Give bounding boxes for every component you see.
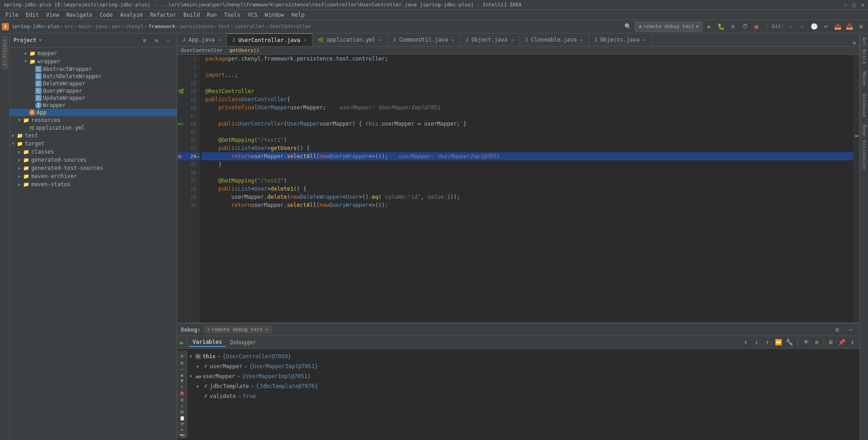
watches-btn[interactable]: 👁 xyxy=(801,337,811,347)
tree-item-application-yml[interactable]: 🌿 application.yml xyxy=(10,124,177,131)
step-into-btn[interactable]: ↓ xyxy=(752,337,762,347)
debug-var-this[interactable]: ▼ ≡ this = {UserController@7050} xyxy=(187,351,859,361)
breadcrumb-usercontroller[interactable]: UserController xyxy=(269,23,311,29)
menu-item-code[interactable]: Code xyxy=(96,11,117,19)
breadcrumb-chenyl[interactable]: chenyl xyxy=(126,23,144,29)
tree-item-wrapper[interactable]: ▼ 📁 wrapper xyxy=(10,57,177,66)
debug-pause-btn[interactable]: ⏸ xyxy=(177,397,187,402)
breadcrumb-test[interactable]: test xyxy=(218,23,230,29)
tab-usercontroller-java[interactable]: J UserController.java ✕ xyxy=(227,33,312,46)
debug-var-usermapper-param[interactable]: ▼ oo userMapper = {UserMapperImpl@7051} xyxy=(187,371,859,381)
stop-btn[interactable]: ■ xyxy=(751,22,761,32)
code-content[interactable]: package per.chenyl.framework.persistence… xyxy=(200,55,853,323)
debug-camera-btn[interactable]: 📷 xyxy=(177,433,187,438)
close-tab-usercontroller[interactable]: ✕ xyxy=(304,37,307,42)
minimize-btn[interactable]: — xyxy=(844,2,847,8)
close-tab-objects[interactable]: ✕ xyxy=(643,37,646,42)
debug-resume-btn[interactable]: ▶ xyxy=(180,339,184,346)
tree-item-test[interactable]: ▶ 📁 test xyxy=(10,131,177,140)
ant-build-panel-btn[interactable]: Ant Build xyxy=(860,33,868,68)
bean-validation-panel-btn[interactable]: Bean Validation xyxy=(860,121,868,173)
debug-debugger-tab[interactable]: Debugger xyxy=(226,338,260,346)
evaluate-btn[interactable]: 🔧 xyxy=(784,337,794,347)
breadcrumb-java[interactable]: java xyxy=(95,23,107,29)
breadcrumb-src[interactable]: src xyxy=(65,23,74,29)
close-tab-object[interactable]: ✕ xyxy=(511,37,514,42)
menu-item-analyze[interactable]: Analyze xyxy=(116,11,146,19)
structure-panel-btn[interactable]: 1: Project xyxy=(1,35,8,70)
debug-var-usermapper-field[interactable]: ▶ f userMapper = {UserMapperImpl@7051} xyxy=(187,361,859,371)
tree-item-generated-sources[interactable]: ▶ 📁 generated-sources xyxy=(10,156,177,164)
menu-item-run[interactable]: Run xyxy=(203,11,221,19)
git-tick-btn[interactable]: ✓ xyxy=(797,22,807,32)
search-icon[interactable]: 🔍 xyxy=(623,22,633,32)
breadcrumb-per[interactable]: per xyxy=(112,23,121,29)
breakpoint-24[interactable]: ● xyxy=(178,153,181,159)
close-debug-session[interactable]: ✕ xyxy=(265,327,268,332)
debug-add-btn[interactable]: + xyxy=(180,352,184,360)
debug-btn[interactable]: 🐛 xyxy=(716,22,726,32)
debug-paste-btn[interactable]: 📋 xyxy=(177,416,187,421)
debug-sort-btn[interactable]: ↕ xyxy=(177,384,187,389)
menu-item-build[interactable]: Build xyxy=(180,11,203,19)
breadcrumb-main[interactable]: main xyxy=(78,23,90,29)
breadcrumb-project[interactable]: spring-jdbc-plus xyxy=(12,23,60,29)
project-gear-btn[interactable]: ⚙ xyxy=(151,35,161,45)
menu-item-navigate[interactable]: Navigate xyxy=(63,11,96,19)
settings-btn[interactable]: ⚙ xyxy=(856,22,866,32)
debug-variables-tab[interactable]: Variables xyxy=(189,338,226,347)
remote-debug-btn[interactable]: ● remote debug test ▼ xyxy=(635,22,703,32)
tree-item-mapper[interactable]: ▶ 📁 mapper xyxy=(10,49,177,57)
tree-item-abstractwrapper[interactable]: C AbstractWrapper xyxy=(10,66,177,73)
tree-item-batchdeletewrapper[interactable]: C BatchDeleteWrapper xyxy=(10,73,177,80)
close-tab-app[interactable]: ✕ xyxy=(218,37,221,42)
tree-item-maven-archiver[interactable]: ▶ 📁 maven-archiver xyxy=(10,172,177,180)
tab-app-java[interactable]: J App.java ✕ xyxy=(177,33,227,46)
close-panel-btn[interactable]: ↕ xyxy=(848,337,858,347)
menu-item-file[interactable]: File xyxy=(2,11,22,19)
menu-item-refactor[interactable]: Refactor xyxy=(146,11,180,19)
run-to-cursor-btn[interactable]: ⏩ xyxy=(774,337,783,347)
tab-application-yml[interactable]: 🌿 application.yml ✕ xyxy=(312,33,387,46)
debug-session-tab[interactable]: ● remote debug test ✕ xyxy=(204,326,271,333)
coverage-btn[interactable]: ⊙ xyxy=(728,22,738,32)
close-tab-commonutil[interactable]: ✕ xyxy=(452,37,454,42)
breadcrumb-persistence[interactable]: persistence xyxy=(180,23,213,29)
debug-minimize-btn[interactable]: — xyxy=(846,325,856,335)
close-btn[interactable]: ✕ xyxy=(861,2,864,8)
tab-cloneable-java[interactable]: J Cloneable.java ✕ xyxy=(520,33,589,46)
debug-settings-btn[interactable]: ⚙ xyxy=(832,325,842,335)
breadcrumb-controller[interactable]: controller xyxy=(235,23,264,29)
pin-tab-btn[interactable]: 📌 xyxy=(837,337,847,347)
breadcrumb-method[interactable]: getUsers() xyxy=(229,47,259,53)
git-history-btn[interactable]: 🕐 xyxy=(809,22,819,32)
step-over-btn[interactable]: ⬇ xyxy=(741,337,751,347)
git-pull-btn[interactable]: 📥 xyxy=(844,22,854,32)
close-tab-cloneable[interactable]: ✕ xyxy=(580,37,583,42)
tab-commonutil-java[interactable]: J CommonUtil.java ✕ xyxy=(388,33,460,46)
menu-item-help[interactable]: Help xyxy=(288,11,308,19)
tree-item-maven-status[interactable]: ▶ 📁 maven-status xyxy=(10,180,177,188)
tree-item-deletewrapper[interactable]: C DeleteWrapper xyxy=(10,80,177,87)
restore-layout-btn[interactable]: ⊞ xyxy=(826,337,836,347)
git-check-btn[interactable]: ✓ xyxy=(786,22,796,32)
debug-var-jdbctemplate[interactable]: ▶ f jdbcTemplate = {JdbcTemplate@7076} xyxy=(187,381,859,391)
menu-item-view[interactable]: View xyxy=(42,11,63,19)
breadcrumb-framework[interactable]: framework xyxy=(148,23,175,29)
tab-object-java[interactable]: J Object.java ✕ xyxy=(460,33,520,46)
debug-stop-btn[interactable]: ■ xyxy=(177,390,187,396)
debug-down-btn[interactable]: ▼ xyxy=(177,378,187,383)
debug-copy-btn[interactable]: ⧉ xyxy=(177,409,187,415)
profile-btn[interactable]: ⏱ xyxy=(740,22,750,32)
tree-item-resources[interactable]: ▼ 📁 resources xyxy=(10,116,177,124)
project-settings-btn[interactable]: ⊞ xyxy=(140,35,150,45)
menu-item-vcs[interactable]: VCS xyxy=(244,11,261,19)
tab-objects-java[interactable]: J Objects.java ✕ xyxy=(589,33,652,46)
debug-pointer-btn[interactable]: ↑ xyxy=(177,403,187,408)
debug-step-btn[interactable]: ⟳ xyxy=(177,421,187,426)
git-push-btn[interactable]: 📤 xyxy=(833,22,843,32)
frames-btn[interactable]: ≡ xyxy=(812,337,822,347)
tree-item-wrapper-interface[interactable]: I Wrapper xyxy=(10,102,177,109)
run-btn[interactable]: ▶ xyxy=(704,22,714,32)
debug-up-btn[interactable]: ▲ xyxy=(177,372,187,377)
